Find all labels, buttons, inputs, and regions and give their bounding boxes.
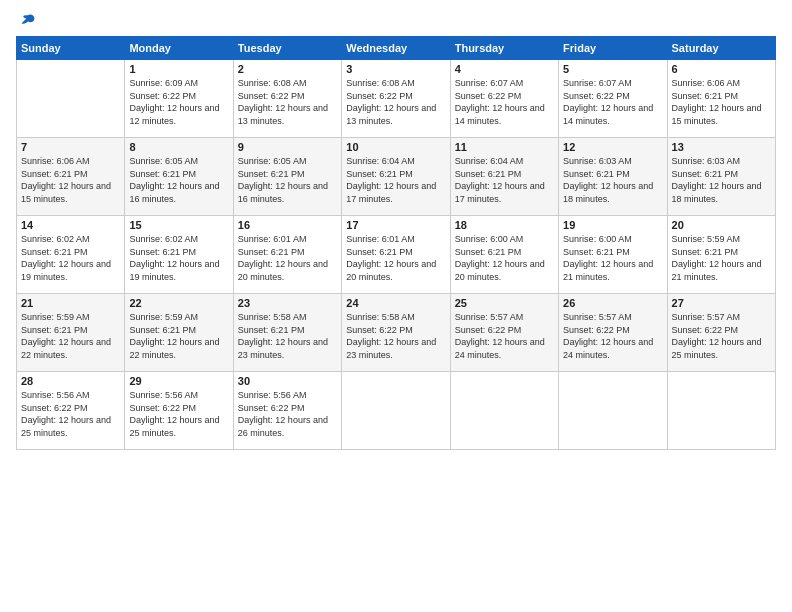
calendar-week-2: 7Sunrise: 6:06 AMSunset: 6:21 PMDaylight… (17, 138, 776, 216)
day-number: 11 (455, 141, 554, 153)
day-number: 30 (238, 375, 337, 387)
day-number: 12 (563, 141, 662, 153)
day-info: Sunrise: 5:59 AMSunset: 6:21 PMDaylight:… (21, 311, 120, 361)
calendar-cell: 1Sunrise: 6:09 AMSunset: 6:22 PMDaylight… (125, 60, 233, 138)
calendar-cell: 2Sunrise: 6:08 AMSunset: 6:22 PMDaylight… (233, 60, 341, 138)
calendar-week-5: 28Sunrise: 5:56 AMSunset: 6:22 PMDayligh… (17, 372, 776, 450)
day-number: 16 (238, 219, 337, 231)
calendar-cell: 21Sunrise: 5:59 AMSunset: 6:21 PMDayligh… (17, 294, 125, 372)
day-number: 29 (129, 375, 228, 387)
day-info: Sunrise: 6:06 AMSunset: 6:21 PMDaylight:… (21, 155, 120, 205)
calendar-cell: 16Sunrise: 6:01 AMSunset: 6:21 PMDayligh… (233, 216, 341, 294)
day-info: Sunrise: 6:08 AMSunset: 6:22 PMDaylight:… (346, 77, 445, 127)
calendar-cell: 9Sunrise: 6:05 AMSunset: 6:21 PMDaylight… (233, 138, 341, 216)
day-number: 23 (238, 297, 337, 309)
day-number: 3 (346, 63, 445, 75)
day-number: 8 (129, 141, 228, 153)
calendar-cell: 17Sunrise: 6:01 AMSunset: 6:21 PMDayligh… (342, 216, 450, 294)
day-info: Sunrise: 6:00 AMSunset: 6:21 PMDaylight:… (455, 233, 554, 283)
day-number: 7 (21, 141, 120, 153)
day-info: Sunrise: 6:02 AMSunset: 6:21 PMDaylight:… (21, 233, 120, 283)
calendar-cell: 13Sunrise: 6:03 AMSunset: 6:21 PMDayligh… (667, 138, 775, 216)
day-number: 20 (672, 219, 771, 231)
day-info: Sunrise: 6:02 AMSunset: 6:21 PMDaylight:… (129, 233, 228, 283)
day-number: 27 (672, 297, 771, 309)
calendar-cell: 6Sunrise: 6:06 AMSunset: 6:21 PMDaylight… (667, 60, 775, 138)
day-info: Sunrise: 5:59 AMSunset: 6:21 PMDaylight:… (129, 311, 228, 361)
calendar-cell: 26Sunrise: 5:57 AMSunset: 6:22 PMDayligh… (559, 294, 667, 372)
day-info: Sunrise: 5:58 AMSunset: 6:21 PMDaylight:… (238, 311, 337, 361)
day-info: Sunrise: 5:56 AMSunset: 6:22 PMDaylight:… (238, 389, 337, 439)
weekday-header-monday: Monday (125, 37, 233, 60)
day-info: Sunrise: 6:09 AMSunset: 6:22 PMDaylight:… (129, 77, 228, 127)
day-number: 14 (21, 219, 120, 231)
page: SundayMondayTuesdayWednesdayThursdayFrid… (0, 0, 792, 612)
calendar-cell: 27Sunrise: 5:57 AMSunset: 6:22 PMDayligh… (667, 294, 775, 372)
day-number: 15 (129, 219, 228, 231)
day-info: Sunrise: 6:08 AMSunset: 6:22 PMDaylight:… (238, 77, 337, 127)
day-info: Sunrise: 6:07 AMSunset: 6:22 PMDaylight:… (455, 77, 554, 127)
day-info: Sunrise: 6:01 AMSunset: 6:21 PMDaylight:… (346, 233, 445, 283)
day-info: Sunrise: 5:57 AMSunset: 6:22 PMDaylight:… (672, 311, 771, 361)
day-info: Sunrise: 5:59 AMSunset: 6:21 PMDaylight:… (672, 233, 771, 283)
logo (16, 12, 36, 28)
day-info: Sunrise: 5:58 AMSunset: 6:22 PMDaylight:… (346, 311, 445, 361)
day-number: 13 (672, 141, 771, 153)
calendar-cell: 30Sunrise: 5:56 AMSunset: 6:22 PMDayligh… (233, 372, 341, 450)
calendar-cell: 23Sunrise: 5:58 AMSunset: 6:21 PMDayligh… (233, 294, 341, 372)
weekday-header-thursday: Thursday (450, 37, 558, 60)
weekday-header-wednesday: Wednesday (342, 37, 450, 60)
header (16, 12, 776, 28)
calendar-cell: 15Sunrise: 6:02 AMSunset: 6:21 PMDayligh… (125, 216, 233, 294)
calendar-cell: 12Sunrise: 6:03 AMSunset: 6:21 PMDayligh… (559, 138, 667, 216)
day-number: 10 (346, 141, 445, 153)
day-info: Sunrise: 6:07 AMSunset: 6:22 PMDaylight:… (563, 77, 662, 127)
calendar-cell: 5Sunrise: 6:07 AMSunset: 6:22 PMDaylight… (559, 60, 667, 138)
weekday-header-row: SundayMondayTuesdayWednesdayThursdayFrid… (17, 37, 776, 60)
day-number: 1 (129, 63, 228, 75)
day-number: 28 (21, 375, 120, 387)
day-info: Sunrise: 6:03 AMSunset: 6:21 PMDaylight:… (563, 155, 662, 205)
day-info: Sunrise: 6:06 AMSunset: 6:21 PMDaylight:… (672, 77, 771, 127)
day-info: Sunrise: 5:56 AMSunset: 6:22 PMDaylight:… (21, 389, 120, 439)
calendar-cell (342, 372, 450, 450)
day-number: 6 (672, 63, 771, 75)
calendar-cell: 25Sunrise: 5:57 AMSunset: 6:22 PMDayligh… (450, 294, 558, 372)
day-info: Sunrise: 6:00 AMSunset: 6:21 PMDaylight:… (563, 233, 662, 283)
day-info: Sunrise: 5:56 AMSunset: 6:22 PMDaylight:… (129, 389, 228, 439)
day-number: 21 (21, 297, 120, 309)
weekday-header-sunday: Sunday (17, 37, 125, 60)
calendar-cell: 3Sunrise: 6:08 AMSunset: 6:22 PMDaylight… (342, 60, 450, 138)
calendar-cell: 19Sunrise: 6:00 AMSunset: 6:21 PMDayligh… (559, 216, 667, 294)
day-info: Sunrise: 6:05 AMSunset: 6:21 PMDaylight:… (129, 155, 228, 205)
day-info: Sunrise: 6:04 AMSunset: 6:21 PMDaylight:… (455, 155, 554, 205)
calendar-cell: 7Sunrise: 6:06 AMSunset: 6:21 PMDaylight… (17, 138, 125, 216)
calendar-cell: 4Sunrise: 6:07 AMSunset: 6:22 PMDaylight… (450, 60, 558, 138)
day-number: 2 (238, 63, 337, 75)
calendar-cell (450, 372, 558, 450)
logo-bird-icon (20, 12, 36, 28)
calendar-cell: 18Sunrise: 6:00 AMSunset: 6:21 PMDayligh… (450, 216, 558, 294)
day-number: 22 (129, 297, 228, 309)
day-number: 18 (455, 219, 554, 231)
day-number: 24 (346, 297, 445, 309)
day-number: 9 (238, 141, 337, 153)
day-number: 26 (563, 297, 662, 309)
calendar-body: 1Sunrise: 6:09 AMSunset: 6:22 PMDaylight… (17, 60, 776, 450)
day-info: Sunrise: 6:01 AMSunset: 6:21 PMDaylight:… (238, 233, 337, 283)
day-info: Sunrise: 6:04 AMSunset: 6:21 PMDaylight:… (346, 155, 445, 205)
day-info: Sunrise: 6:03 AMSunset: 6:21 PMDaylight:… (672, 155, 771, 205)
calendar-cell: 11Sunrise: 6:04 AMSunset: 6:21 PMDayligh… (450, 138, 558, 216)
calendar-cell: 8Sunrise: 6:05 AMSunset: 6:21 PMDaylight… (125, 138, 233, 216)
calendar-week-1: 1Sunrise: 6:09 AMSunset: 6:22 PMDaylight… (17, 60, 776, 138)
calendar-week-3: 14Sunrise: 6:02 AMSunset: 6:21 PMDayligh… (17, 216, 776, 294)
calendar-cell: 24Sunrise: 5:58 AMSunset: 6:22 PMDayligh… (342, 294, 450, 372)
day-info: Sunrise: 5:57 AMSunset: 6:22 PMDaylight:… (455, 311, 554, 361)
calendar-cell: 14Sunrise: 6:02 AMSunset: 6:21 PMDayligh… (17, 216, 125, 294)
calendar-table: SundayMondayTuesdayWednesdayThursdayFrid… (16, 36, 776, 450)
day-number: 17 (346, 219, 445, 231)
calendar-cell (667, 372, 775, 450)
weekday-header-friday: Friday (559, 37, 667, 60)
calendar-cell (17, 60, 125, 138)
calendar-cell: 10Sunrise: 6:04 AMSunset: 6:21 PMDayligh… (342, 138, 450, 216)
